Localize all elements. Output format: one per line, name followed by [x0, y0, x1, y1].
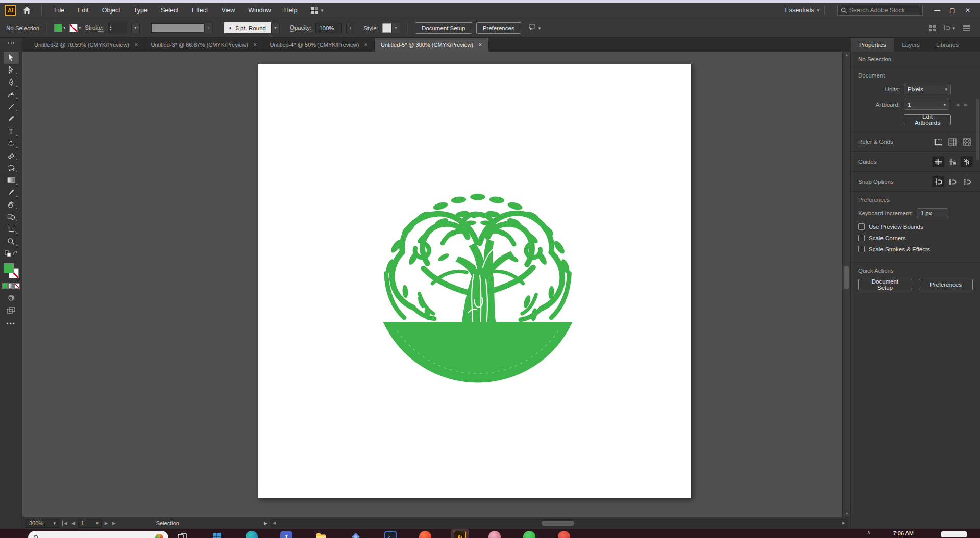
menu-select[interactable]: Select	[161, 7, 179, 14]
scroll-left-icon[interactable]: ◀	[271, 521, 277, 525]
tab-untitled-3[interactable]: Untitled-3* @ 66.67% (CMYK/Preview) ✕	[145, 38, 264, 52]
snap-to-point-button[interactable]	[961, 176, 973, 187]
qa-document-setup-button[interactable]: Document Setup	[858, 279, 912, 290]
tab-untitled-2[interactable]: Untitled-2 @ 70.59% (CMYK/Preview) ✕	[28, 38, 145, 52]
scroll-up-icon[interactable]: ▴	[843, 53, 851, 57]
brush-definition-value[interactable]: ● 5 pt. Round	[224, 22, 271, 33]
keyboard-increment-field[interactable]: 1 px	[917, 208, 948, 218]
units-dropdown[interactable]: Pixels ▾	[904, 84, 951, 94]
eyedropper-tool[interactable]	[4, 186, 19, 198]
default-fill-stroke-control[interactable]	[4, 247, 19, 260]
preferences-button[interactable]: Preferences	[476, 22, 521, 34]
checkbox[interactable]	[858, 246, 865, 252]
none-button[interactable]	[14, 283, 20, 289]
shaper-tool[interactable]	[4, 162, 19, 174]
menu-effect[interactable]: Effect	[192, 7, 208, 14]
fill-stroke-indicator[interactable]	[3, 263, 19, 279]
terminal-icon[interactable]: >_	[384, 531, 397, 538]
scale-strokes-effects-row[interactable]: Scale Strokes & Effects	[858, 246, 973, 252]
tab-close-icon[interactable]: ✕	[134, 42, 138, 47]
snap-to-pixel-button[interactable]	[946, 176, 959, 187]
document-setup-button[interactable]: Document Setup	[415, 22, 472, 34]
eraser-tool[interactable]	[4, 149, 19, 162]
tab-untitled-4[interactable]: Untitled-4* @ 50% (CMYK/Preview) ✕	[263, 38, 375, 52]
lock-guides-button[interactable]	[946, 156, 959, 167]
notification-widget[interactable]	[941, 531, 967, 537]
last-artboard-button[interactable]: ▶	[112, 521, 117, 526]
app-red-icon[interactable]	[558, 531, 570, 538]
panel-list-icon[interactable]	[963, 25, 970, 31]
style-swatch[interactable]	[382, 23, 391, 33]
menu-help[interactable]: Help	[284, 7, 298, 14]
next-artboard-button[interactable]: ▶	[105, 521, 108, 526]
scroll-down-icon[interactable]: ▾	[843, 511, 851, 516]
menu-window[interactable]: Window	[248, 7, 271, 14]
task-view-icon[interactable]	[176, 531, 188, 538]
opacity-expand-button[interactable]: ›	[346, 23, 354, 33]
show-guides-button[interactable]	[932, 156, 944, 167]
menu-file[interactable]: File	[54, 7, 64, 14]
hidden-icons-chevron[interactable]: ∧	[867, 530, 870, 535]
tab-layers[interactable]: Layers	[894, 38, 928, 52]
fill-swatch[interactable]	[54, 24, 62, 32]
stroke-weight-dropdown[interactable]: ▾	[131, 23, 140, 33]
artboard-prev-next-icons[interactable]: ◀▶	[955, 102, 973, 107]
chevron-down-icon[interactable]: ▾	[63, 25, 65, 30]
home-icon[interactable]	[21, 6, 32, 14]
style-dropdown[interactable]: ▾	[391, 23, 400, 33]
vertical-scroll-thumb[interactable]	[844, 266, 849, 289]
stroke-none-swatch[interactable]	[69, 24, 78, 32]
direct-selection-tool[interactable]	[4, 64, 19, 76]
tree-of-life-logo[interactable]	[367, 168, 589, 389]
toolbar-grip[interactable]	[8, 42, 14, 44]
opacity-field[interactable]: 100%	[315, 23, 342, 33]
zoom-tool[interactable]	[4, 235, 19, 247]
first-artboard-button[interactable]: ◀	[62, 521, 67, 526]
chevron-down-icon[interactable]: ▾	[79, 25, 81, 30]
paintbrush-tool[interactable]	[4, 113, 19, 125]
previous-artboard-button[interactable]: ◀	[71, 521, 75, 526]
tab-libraries[interactable]: Libraries	[928, 38, 967, 52]
tab-properties[interactable]: Properties	[851, 38, 894, 52]
default-swatches-icon[interactable]	[5, 250, 11, 257]
graphic-style-control[interactable]: ▾	[382, 23, 400, 33]
file-explorer-icon[interactable]	[315, 531, 327, 538]
browser-red-icon[interactable]	[419, 531, 431, 538]
scale-corners-row[interactable]: Scale Corners	[858, 235, 973, 241]
rotate-tool[interactable]	[4, 137, 19, 149]
tab-close-icon[interactable]: ✕	[478, 42, 482, 47]
fill-color-indicator[interactable]	[4, 263, 14, 273]
type-tool[interactable]: T	[4, 125, 19, 137]
adobe-stock-search[interactable]	[837, 5, 923, 16]
brush-definition-dropdown[interactable]: ▾	[271, 23, 280, 33]
opacity-label[interactable]: Opacity:	[290, 24, 311, 32]
draw-mode-button[interactable]	[4, 292, 19, 304]
show-rulers-button[interactable]	[932, 136, 944, 147]
show-grid-button[interactable]	[946, 136, 959, 147]
line-tool[interactable]	[4, 100, 19, 113]
scroll-right-icon[interactable]: ▶	[841, 521, 847, 525]
horizontal-scroll-thumb[interactable]	[542, 521, 574, 526]
vertical-scrollbar[interactable]: ▴ ▾	[842, 52, 850, 517]
grid-view-icon[interactable]	[929, 25, 936, 31]
hand-tool[interactable]	[4, 198, 19, 211]
artboard-number-dropdown[interactable]: 1 ▾	[78, 519, 102, 528]
menu-view[interactable]: View	[221, 7, 235, 14]
artboard-tool[interactable]	[4, 223, 19, 235]
edit-toolbar-button[interactable]: •••	[6, 320, 16, 327]
menu-type[interactable]: Type	[134, 7, 148, 14]
tab-close-icon[interactable]: ✕	[364, 42, 368, 47]
edit-artboards-button[interactable]: Edit Artboards	[904, 114, 951, 125]
fill-color-control[interactable]: ▾	[54, 24, 65, 32]
search-input[interactable]	[849, 7, 911, 14]
app-pink-icon[interactable]	[488, 531, 501, 538]
artboard-dropdown[interactable]: 1 ▾	[904, 99, 949, 110]
qa-preferences-button[interactable]: Preferences	[919, 279, 973, 290]
mail-icon[interactable]	[350, 531, 362, 538]
app-green-icon[interactable]	[523, 531, 535, 538]
screen-mode-button[interactable]	[4, 304, 19, 316]
stroke-weight-stepper[interactable]: ▴▾	[108, 23, 127, 33]
status-play-icon[interactable]: ▶	[264, 521, 267, 526]
taskbar-search[interactable]	[28, 531, 168, 538]
curvature-tool[interactable]	[4, 88, 19, 100]
